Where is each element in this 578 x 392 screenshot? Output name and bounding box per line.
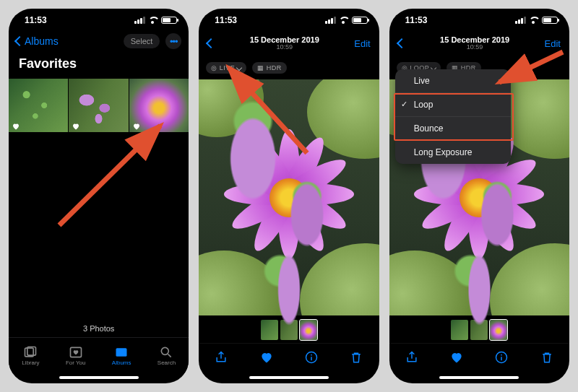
select-button[interactable]: Select	[124, 34, 160, 48]
phone-screen-favorites: 11:53 Albums Select ••• Favorites	[9, 9, 189, 383]
favorite-heart-icon	[132, 121, 141, 129]
photo-count: 3 Photos	[9, 320, 189, 337]
back-button[interactable]: Albums	[16, 35, 59, 47]
photo-thumbnail[interactable]	[9, 79, 69, 132]
tab-label: For You	[66, 360, 86, 366]
favorite-heart-icon	[72, 121, 80, 129]
back-label: Albums	[25, 35, 59, 47]
tab-for-you[interactable]: For You	[66, 345, 86, 366]
cellular-icon	[134, 17, 145, 24]
menu-item-loop[interactable]: ✓ Loop	[395, 93, 511, 117]
phone-screen-photo-live: 11:53 15 December 2019 10:59 Edit ◎ LIVE	[199, 9, 379, 383]
svg-line-5	[168, 354, 171, 357]
favorite-heart-icon	[12, 121, 20, 129]
photo-grid	[9, 79, 189, 132]
phone-screen-live-menu: 11:53 15 December 2019 10:59 Edit ◎ LOOP	[389, 9, 569, 383]
svg-point-4	[162, 347, 169, 354]
status-bar: 11:53	[9, 9, 189, 29]
tab-search[interactable]: Search	[158, 345, 176, 366]
tab-label: Search	[158, 360, 176, 366]
status-icons	[134, 17, 177, 24]
photo-thumbnail[interactable]	[129, 79, 189, 132]
menu-item-live[interactable]: Live	[395, 69, 511, 93]
tab-albums[interactable]: Albums	[112, 345, 131, 366]
menu-label: Bounce	[414, 123, 444, 134]
svg-rect-3	[116, 348, 127, 357]
albums-icon	[114, 345, 129, 358]
menu-item-long-exposure[interactable]: Long Exposure	[395, 141, 511, 164]
tab-label: Library	[22, 360, 39, 366]
menu-label: Live	[414, 76, 430, 86]
live-effect-menu: Live ✓ Loop Bounce Long Exposure	[395, 69, 511, 164]
menu-item-bounce[interactable]: Bounce	[395, 117, 511, 141]
home-indicator[interactable]	[59, 376, 139, 379]
more-button[interactable]: •••	[165, 33, 181, 49]
page-title: Favorites	[9, 53, 189, 79]
photo-thumbnail[interactable]	[69, 79, 129, 132]
search-icon	[159, 345, 173, 358]
menu-label: Loop	[414, 100, 434, 110]
tab-label: Albums	[112, 360, 131, 366]
clock: 11:53	[25, 15, 47, 25]
checkmark-icon: ✓	[401, 100, 407, 109]
chevron-left-icon	[14, 36, 25, 46]
filmstrip-thumb[interactable]	[280, 320, 298, 340]
wifi-icon	[148, 17, 158, 24]
menu-label: Long Exposure	[414, 147, 473, 157]
heart-rect-icon	[69, 345, 83, 358]
library-icon	[23, 345, 38, 358]
nav-bar: Albums Select •••	[9, 29, 189, 53]
tab-bar: Library For You Albums Search	[9, 337, 189, 373]
filmstrip[interactable]	[389, 315, 569, 343]
battery-icon	[161, 17, 177, 24]
filmstrip[interactable]	[199, 315, 379, 343]
ellipsis-icon: •••	[170, 36, 178, 47]
tab-library[interactable]: Library	[22, 345, 39, 366]
filmstrip-thumb[interactable]	[470, 320, 488, 340]
